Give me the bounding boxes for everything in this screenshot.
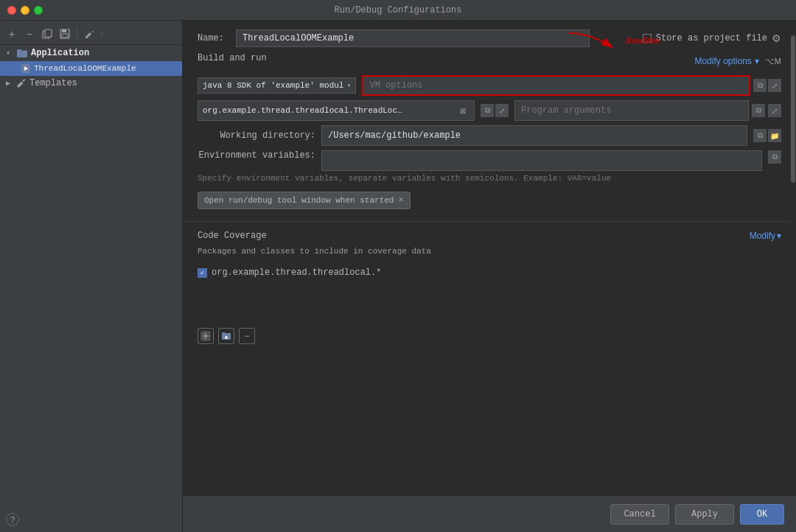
vm-input-icons: ⧉ ⤢ — [753, 79, 781, 92]
modify-options-button[interactable]: Modify options ▾ ⌥M — [694, 56, 781, 66]
prog-args-copy-icon-btn[interactable]: ⧉ — [752, 104, 765, 117]
env-vars-copy-icon-btn[interactable]: ⧉ — [768, 150, 781, 164]
wrench-icon — [16, 78, 27, 88]
main-class-row: org.example.thread.threadlocal.ThreadLoc… — [183, 100, 796, 121]
store-label: Store as project file — [656, 33, 767, 43]
run-config-icon — [21, 63, 31, 74]
gear-button[interactable]: ⚙ — [772, 32, 781, 44]
main-class-value: org.example.thread.threadlocal.ThreadLoc… — [203, 106, 453, 115]
working-dir-row: Working directory: ⧉ 📁 — [183, 125, 796, 146]
annotation-xmx: -Xmx50m — [562, 29, 660, 52]
coverage-title: Code Coverage — [198, 231, 267, 241]
chip-close-icon[interactable]: × — [398, 195, 403, 206]
add-folder-icon — [221, 331, 231, 341]
coverage-item-label: org.example.thread.threadlocal.* — [212, 267, 381, 278]
apply-button[interactable]: Apply — [675, 504, 734, 525]
titlebar: Run/Debug Configurations — [0, 0, 796, 21]
sidebar-toolbar: + − ▾ — [0, 24, 182, 45]
sidebar-item-application[interactable]: ▾ Application — [0, 45, 182, 61]
add-coverage-icon — [200, 331, 211, 341]
main-class-icons: ⧉ ⤢ — [481, 104, 509, 117]
add-coverage-button[interactable] — [198, 328, 214, 344]
name-label: Name: — [198, 33, 227, 43]
prog-args-expand-icon-btn[interactable]: ⤢ — [768, 104, 781, 117]
content-panel: Name: Store as project file ⚙ Build and … — [183, 21, 796, 532]
coverage-list: ✓ org.example.thread.threadlocal.* — [183, 263, 796, 322]
env-vars-icons: ⧉ — [768, 150, 781, 164]
env-hint: Specify environment variables, separate … — [183, 174, 796, 183]
window-title: Run/Debug Configurations — [335, 5, 462, 15]
svg-rect-1 — [45, 29, 52, 37]
minimize-button[interactable] — [21, 6, 29, 15]
vertical-scrollbar[interactable] — [790, 21, 796, 503]
name-input[interactable] — [236, 29, 590, 47]
maximize-button[interactable] — [34, 6, 43, 15]
main-class-copy-icon-btn[interactable]: ⧉ — [481, 104, 494, 117]
working-dir-browse-icon-btn[interactable]: 📁 — [768, 129, 781, 142]
more-arrow: ▾ — [100, 29, 104, 38]
application-label: Application — [31, 48, 89, 58]
config-item-label: ThreadLocalOOMExample — [34, 64, 136, 73]
working-dir-input[interactable] — [321, 125, 747, 146]
coverage-checkbox[interactable]: ✓ — [198, 268, 207, 278]
help-button[interactable]: ? — [6, 513, 19, 526]
sidebar-bottom: ? — [0, 507, 182, 532]
expand-arrow-icon: ▾ — [6, 49, 13, 57]
close-button[interactable] — [7, 6, 16, 15]
section-divider — [183, 221, 796, 222]
folder-icon — [16, 48, 28, 58]
annotation-arrow-icon — [562, 29, 621, 52]
env-vars-row: Environment variables: ⧉ — [183, 150, 796, 171]
name-row-container: Name: Store as project file ⚙ — [183, 21, 796, 53]
sdk-vm-row: java 8 SDK of 'example' modul ▾ ⧉ ⤢ — [183, 75, 796, 96]
open-window-chip[interactable]: Open run/debug tool window when started … — [198, 192, 411, 209]
modify-options-shortcut: ⌥M — [765, 57, 781, 66]
env-vars-input[interactable] — [321, 150, 762, 171]
expand-arrow-templates-icon: ▶ — [6, 79, 13, 88]
coverage-item: ✓ org.example.thread.threadlocal.* — [198, 266, 781, 279]
store-checkbox-row: Store as project file ⚙ — [643, 32, 781, 44]
vm-copy-icon-btn[interactable]: ⧉ — [753, 79, 767, 92]
add-config-button[interactable]: + — [4, 27, 19, 41]
wrench-button[interactable] — [82, 27, 97, 41]
remove-coverage-button[interactable]: − — [239, 328, 255, 344]
coverage-modify-button[interactable]: Modify ▾ — [750, 231, 781, 241]
working-dir-copy-icon-btn[interactable]: ⧉ — [753, 129, 767, 142]
footer: Cancel Apply OK — [183, 496, 796, 532]
selected-config-item[interactable]: ThreadLocalOOMExample — [0, 61, 182, 76]
templates-label: Templates — [29, 78, 77, 88]
working-dir-label: Working directory: — [198, 130, 315, 141]
env-vars-label: Environment variables: — [198, 150, 315, 161]
build-run-title: Build and run — [198, 53, 267, 63]
scrollbar-thumb — [791, 35, 795, 183]
save-config-button[interactable] — [57, 27, 72, 41]
coverage-desc: Packages and classes to include in cover… — [183, 244, 796, 259]
prog-args-input[interactable] — [514, 100, 749, 121]
cancel-button[interactable]: Cancel — [610, 504, 669, 525]
open-window-chip-row: Open run/debug tool window when started … — [183, 192, 796, 209]
svg-rect-3 — [62, 29, 66, 32]
build-run-header: Build and run -Xmx50m Modify options ▾ ⌥… — [183, 53, 796, 69]
svg-rect-4 — [62, 34, 68, 38]
coverage-header: Code Coverage Modify ▾ — [183, 225, 796, 244]
copy-config-button[interactable] — [40, 27, 55, 41]
coverage-toolbar: − — [183, 322, 796, 350]
main-class-expand-icon-btn[interactable]: ⤢ — [495, 104, 509, 117]
working-dir-icons: ⧉ 📁 — [753, 129, 781, 142]
main-class-clear-icon-btn[interactable]: ⊠ — [456, 104, 469, 117]
window-controls — [7, 6, 43, 15]
toolbar-separator — [77, 29, 77, 39]
sidebar-item-templates[interactable]: ▶ Templates — [0, 76, 182, 91]
main-layout: + − ▾ ▾ Application — [0, 21, 796, 532]
main-class-field[interactable]: org.example.thread.threadlocal.ThreadLoc… — [198, 100, 475, 121]
add-folder-coverage-button[interactable] — [218, 328, 234, 344]
vm-options-input[interactable] — [362, 75, 750, 96]
ok-button[interactable]: OK — [740, 504, 784, 525]
sdk-select[interactable]: java 8 SDK of 'example' modul ▾ — [198, 77, 356, 94]
content-area: Name: Store as project file ⚙ Build and … — [183, 21, 796, 532]
remove-config-button[interactable]: − — [22, 27, 37, 41]
sidebar: + − ▾ ▾ Application — [0, 21, 183, 532]
vm-expand-icon-btn[interactable]: ⤢ — [768, 79, 781, 92]
sdk-dropdown-arrow-icon: ▾ — [346, 81, 351, 90]
